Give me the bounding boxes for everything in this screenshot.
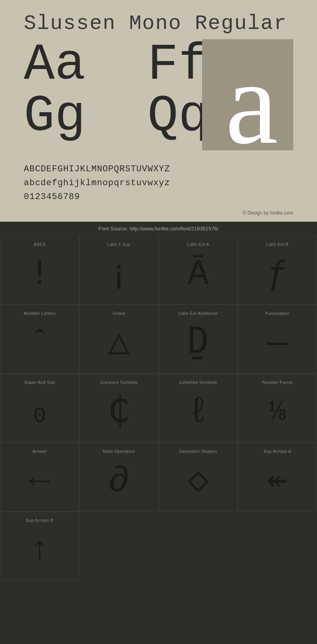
font-title: Slussen Mono Regular [24, 12, 293, 35]
glyph-label: Latin Ext B [266, 242, 289, 247]
glyph-label: Currency Symbols [100, 380, 138, 385]
alphabet-upper: ABCDEFGHIJKLMNOPQRSTUVWXYZ [24, 162, 293, 176]
big-char: a [225, 43, 278, 150]
glyph-label: Latin 1 Sup [107, 242, 131, 247]
glyph-char: ℓ [187, 391, 209, 434]
glyph-cell: Super And Sub₀ [0, 374, 79, 443]
glyph-char: ₀ [29, 391, 50, 434]
glyph-cell: Latin Ext Bƒ [238, 236, 317, 305]
glyph-char: Ḏ [187, 322, 209, 365]
glyph-char: ◇ [187, 460, 209, 503]
glyph-cell: ASCII! [0, 236, 79, 305]
glyph-cell: Geometric Shapes◇ [158, 443, 238, 512]
glyph-char: ! [29, 253, 50, 296]
glyph-label: Super And Sub [24, 380, 55, 385]
glyph-cell: Sup Arrows A↞ [238, 443, 317, 512]
glyph-label: Sup Arrows B [26, 518, 53, 523]
glyph-label: ASCII [34, 242, 46, 247]
glyph-cell: Modifier Lettersˆ [0, 305, 79, 374]
glyph-char: ˆ [30, 322, 49, 365]
alphabet-section: ABCDEFGHIJKLMNOPQRSTUVWXYZ abcdefghijklm… [0, 158, 317, 208]
glyph-char: ¡ [108, 253, 130, 296]
letter-pair-gq: Gg Qq [24, 91, 209, 142]
glyph-char: ∂ [108, 460, 130, 503]
top-section: Slussen Mono Regular Aa Ff Gg Qq a [0, 0, 317, 158]
glyph-grid: ASCII!Latin 1 Sup¡Latin Ext AĀLatin Ext … [0, 236, 317, 581]
glyph-char: ƒ [267, 253, 288, 296]
glyph-cell: Math Operators∂ [79, 443, 158, 512]
glyph-char: ₵ [108, 391, 130, 434]
glyph-label: Greek [113, 311, 125, 316]
glyph-char: Ā [187, 253, 209, 296]
glyph-char: ↞ [267, 460, 288, 503]
alphabet-lower: abcdefghijklmnopqrstuvwxyz [24, 176, 293, 190]
glyph-char: ↑ [29, 529, 50, 572]
glyph-cell: Letterlike Symbolsℓ [158, 374, 238, 443]
glyph-cell: Sup Arrows B↑ [0, 512, 79, 581]
glyph-label: Punctuation [265, 311, 289, 316]
glyph-cell: Greek△ [79, 305, 158, 374]
glyph-cell: Number Forms⅛ [238, 374, 317, 443]
digits: 0123456789 [24, 190, 293, 204]
letter-pair-af: Aa Ff [24, 39, 209, 91]
glyph-label: Sup Arrows A [264, 449, 291, 454]
glyph-label: Latin Ext Additional [178, 311, 218, 316]
glyph-cell: Currency Symbols₵ [79, 374, 158, 443]
glyph-label: Math Operators [103, 449, 135, 454]
glyph-label: Latin Ext A [187, 242, 209, 247]
glyph-cell: Punctuation— [238, 305, 317, 374]
sample-letters-display: Aa Ff Gg Qq a [24, 39, 293, 150]
glyph-char: △ [108, 322, 130, 365]
glyph-cell: Latin Ext AĀ [158, 236, 238, 305]
glyph-cell: Latin 1 Sup¡ [79, 236, 158, 305]
glyph-char: ← [29, 460, 50, 503]
font-source: Font Source: http://www.fontke.com/font/… [0, 222, 317, 236]
glyph-cell: Arrows← [0, 443, 79, 512]
glyph-label: Modifier Letters [24, 311, 56, 316]
big-char-bg: a [202, 39, 293, 150]
glyph-label: Arrows [32, 449, 47, 454]
glyph-label: Letterlike Symbols [179, 380, 217, 385]
glyph-cell: Latin Ext AdditionalḎ [158, 305, 238, 374]
glyph-char: ⅛ [269, 391, 286, 434]
glyph-label: Geometric Shapes [179, 449, 217, 454]
copyright: © Design by fontke.com [0, 208, 317, 222]
glyph-label: Number Forms [262, 380, 293, 385]
glyph-char: — [267, 322, 288, 365]
